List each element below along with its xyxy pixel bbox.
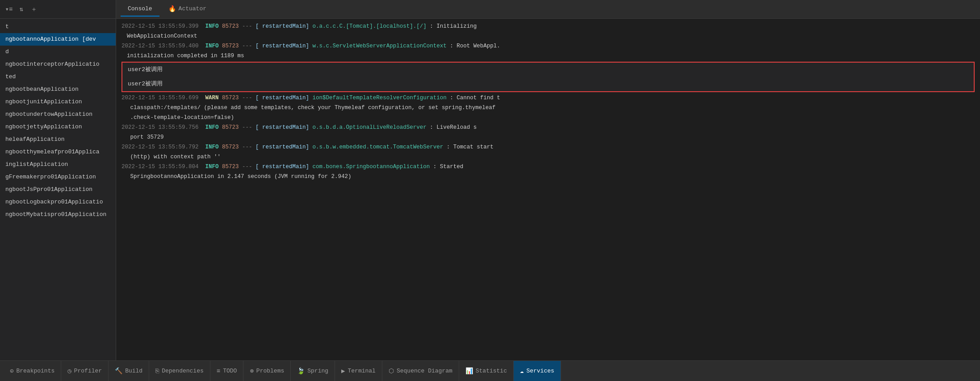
main-area: ▾≡ ⇅ ＋ tngbootannoApplication [devdngboo… (0, 0, 980, 360)
bottom-item-sequence-diagram[interactable]: ⬡Sequence Diagram (382, 361, 459, 381)
log-thread: [ restartedMain] (255, 144, 313, 150)
highlight-line: user2被调用 (122, 63, 974, 77)
sidebar-item-4[interactable]: ted (0, 71, 116, 83)
log-level: INFO (205, 144, 222, 150)
log-level: WARN (205, 95, 222, 101)
sidebar-item-3[interactable]: ngbootinterceptorApplicatio (0, 58, 116, 71)
log-line-0: 2022-12-15 13:55:59.399 INFO 85723 --- [… (116, 21, 980, 31)
bottom-item-spring[interactable]: 🍃Spring (291, 361, 335, 381)
timestamp: 2022-12-15 13:55:59.756 (121, 124, 205, 131)
highlight-box: user2被调用user2被调用 (121, 62, 975, 92)
services-label: Services (526, 368, 554, 374)
dependencies-label: Dependencies (162, 368, 204, 374)
log-thread: [ restartedMain] (255, 23, 313, 30)
log-separator: --- (242, 164, 255, 170)
log-message: : Cannot find t (447, 95, 500, 101)
log-level: INFO (205, 164, 222, 170)
log-level: INFO (205, 43, 222, 49)
log-pid: 85723 (222, 95, 242, 101)
sidebar-item-9[interactable]: heleafApplication (0, 133, 116, 146)
statistic-icon: 📊 (465, 367, 473, 375)
log-pid: 85723 (222, 164, 242, 170)
timestamp: 2022-12-15 13:55:59.400 (121, 43, 205, 49)
sidebar-item-15[interactable]: ngbootMybatispro01Application (0, 208, 116, 221)
sidebar-item-13[interactable]: ngbootJsPpro01Application (0, 183, 116, 196)
sidebar-list: tngbootannoApplication [devdngbootinterc… (0, 19, 116, 360)
log-line-10: 2022-12-15 13:55:59.792 INFO 85723 --- [… (116, 142, 980, 152)
spring-icon: 🍃 (297, 367, 305, 375)
problems-icon: ⊗ (250, 367, 253, 375)
sidebar-item-2[interactable]: d (0, 46, 116, 58)
bottom-item-breakpoints[interactable]: ⊙Breakpoints (4, 361, 61, 381)
profiler-icon: ◷ (67, 367, 71, 375)
console-area: Console 🔥 Actuator 2022-12-15 13:55:59.3… (116, 0, 980, 360)
log-logger: o.a.c.c.C.[Tomcat].[localhost].[/] (313, 23, 427, 30)
log-message: : Root WebAppl. (447, 43, 500, 49)
log-message: : LiveReload s (427, 124, 477, 131)
bottom-item-statistic[interactable]: 📊Statistic (459, 361, 514, 381)
bottom-item-dependencies[interactable]: ⎘Dependencies (149, 361, 210, 381)
sidebar-item-5[interactable]: ngbootbeanApplication (0, 83, 116, 96)
tab-console[interactable]: Console (121, 2, 159, 17)
log-continuation-11: (http) with context path '' (116, 152, 980, 162)
terminal-label: Terminal (348, 368, 376, 374)
todo-icon: ≡ (217, 368, 220, 375)
timestamp: 2022-12-15 13:55:59.699 (121, 95, 205, 101)
sidebar-item-1[interactable]: ngbootannoApplication [dev (0, 33, 116, 46)
sidebar-toolbar: ▾≡ ⇅ ＋ (0, 0, 116, 19)
log-line-12: 2022-12-15 13:55:59.804 INFO 85723 --- [… (116, 162, 980, 172)
log-pid: 85723 (222, 124, 242, 131)
log-thread: [ restartedMain] (255, 124, 313, 131)
log-continuation-9: port 35729 (116, 132, 980, 142)
breakpoints-icon: ⊙ (10, 367, 13, 375)
timestamp: 2022-12-15 13:55:59.804 (121, 164, 205, 170)
bottom-item-profiler[interactable]: ◷Profiler (61, 361, 109, 381)
add-icon[interactable]: ＋ (29, 5, 38, 14)
statistic-label: Statistic (476, 368, 507, 374)
tab-bar: Console 🔥 Actuator (116, 0, 980, 19)
sidebar-item-12[interactable]: gFreemakerpro01Application (0, 171, 116, 183)
bottom-item-terminal[interactable]: ▶Terminal (335, 361, 382, 381)
sidebar-item-10[interactable]: ngbootthymeleafpro01Applica (0, 146, 116, 158)
log-logger: com.bones.SpringbootannoApplication (313, 164, 430, 170)
sidebar-item-7[interactable]: ngbootundertowApplication (0, 108, 116, 121)
log-line-2: 2022-12-15 13:55:59.400 INFO 85723 --- [… (116, 41, 980, 51)
build-icon: 🔨 (115, 367, 122, 375)
breakpoints-label: Breakpoints (16, 368, 54, 374)
sidebar-item-6[interactable]: ngbootjunitApplication (0, 96, 116, 108)
log-message: : Initializing (427, 23, 477, 30)
filter-icon[interactable]: ▾≡ (4, 5, 13, 14)
log-line-8: 2022-12-15 13:55:59.756 INFO 85723 --- [… (116, 123, 980, 132)
log-level: INFO (205, 23, 222, 30)
log-continuation-13: SpringbootannoApplication in 2.147 secon… (116, 172, 980, 182)
bottom-toolbar: ⊙Breakpoints◷Profiler🔨Build⎘Dependencies… (0, 360, 980, 381)
log-separator: --- (242, 23, 255, 30)
log-line-5: 2022-12-15 13:55:59.699 WARN 85723 --- [… (116, 93, 980, 103)
log-continuation-6: classpath:/templates/ (please add some t… (116, 103, 980, 113)
bottom-item-build[interactable]: 🔨Build (109, 361, 149, 381)
log-message: : Started (430, 164, 463, 170)
tab-actuator[interactable]: 🔥 Actuator (161, 1, 214, 17)
bottom-item-todo[interactable]: ≡TODO (210, 361, 244, 381)
log-thread: [ restartedMain] (255, 95, 313, 101)
log-pid: 85723 (222, 144, 242, 150)
log-continuation-3: initialization completed in 1189 ms (116, 51, 980, 61)
log-separator: --- (242, 43, 255, 49)
log-content[interactable]: 2022-12-15 13:55:59.399 INFO 85723 --- [… (116, 19, 980, 360)
sequence-diagram-label: Sequence Diagram (397, 368, 452, 374)
bottom-item-services[interactable]: ☁Services (514, 361, 561, 381)
sidebar-item-14[interactable]: ngbootLogbackpro01Applicatio (0, 196, 116, 208)
sidebar-item-11[interactable]: inglistApplication (0, 158, 116, 171)
sequence-diagram-icon: ⬡ (389, 367, 394, 375)
spring-label: Spring (307, 368, 328, 374)
highlight-line: user2被调用 (122, 77, 974, 91)
log-logger: o.s.b.w.embedded.tomcat.TomcatWebServer (313, 144, 444, 150)
log-separator: --- (242, 144, 255, 150)
sort-icon[interactable]: ⇅ (17, 5, 26, 14)
bottom-item-problems[interactable]: ⊗Problems (243, 361, 291, 381)
log-pid: 85723 (222, 23, 242, 30)
log-message: : Tomcat start (443, 144, 494, 150)
todo-label: TODO (223, 368, 237, 374)
sidebar-item-0[interactable]: t (0, 21, 116, 33)
sidebar-item-8[interactable]: ngbootjettyApplication (0, 121, 116, 133)
